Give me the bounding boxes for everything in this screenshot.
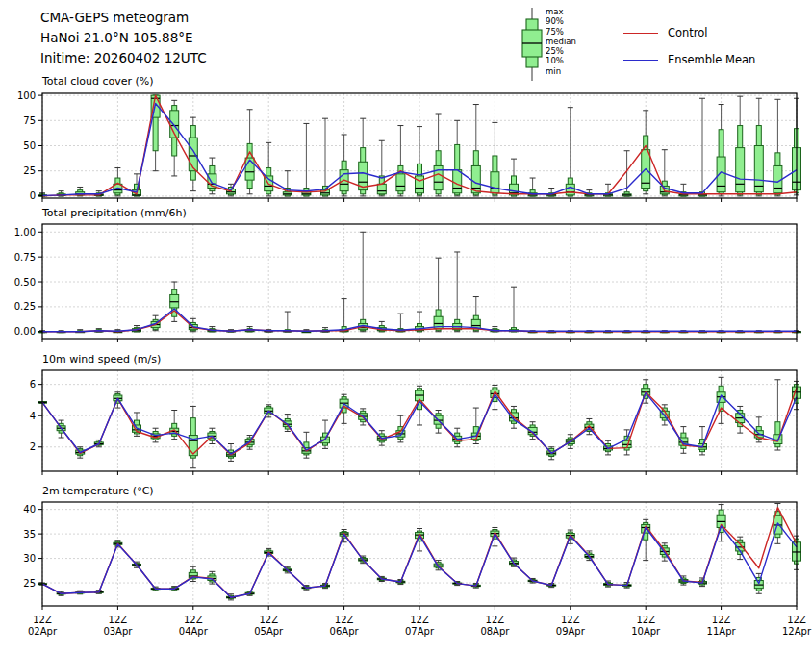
svg-text:12Z: 12Z	[561, 615, 580, 625]
svg-text:10Apr: 10Apr	[631, 626, 661, 637]
svg-text:09Apr: 09Apr	[556, 626, 586, 637]
svg-text:12Z: 12Z	[486, 615, 505, 625]
svg-text:0.75: 0.75	[14, 252, 36, 263]
panel-1: 0.000.250.500.751.00	[14, 224, 801, 342]
svg-text:06Apr: 06Apr	[330, 626, 360, 637]
meteogram-canvas: 02550751000.000.250.500.751.002462530354…	[0, 0, 812, 654]
svg-text:12Apr: 12Apr	[782, 626, 812, 637]
svg-text:2: 2	[30, 441, 36, 452]
svg-text:6: 6	[30, 379, 36, 390]
svg-text:03Apr: 03Apr	[103, 626, 133, 637]
svg-text:0: 0	[30, 190, 36, 201]
svg-text:12Z: 12Z	[636, 615, 655, 625]
svg-text:30: 30	[23, 553, 36, 564]
svg-text:08Apr: 08Apr	[480, 626, 510, 637]
svg-text:04Apr: 04Apr	[179, 626, 209, 637]
svg-text:12Z: 12Z	[109, 615, 128, 625]
svg-text:0.50: 0.50	[14, 277, 36, 288]
svg-text:35: 35	[23, 529, 36, 540]
svg-text:05Apr: 05Apr	[254, 626, 284, 637]
svg-text:100: 100	[17, 90, 36, 101]
svg-text:02Apr: 02Apr	[28, 626, 58, 637]
svg-text:12Z: 12Z	[335, 615, 354, 625]
svg-text:50: 50	[23, 140, 36, 151]
svg-text:4: 4	[30, 411, 36, 421]
svg-text:25: 25	[23, 165, 36, 176]
svg-text:12Z: 12Z	[787, 615, 806, 625]
svg-text:12Z: 12Z	[712, 615, 731, 625]
svg-text:12Z: 12Z	[184, 615, 203, 625]
svg-text:1.00: 1.00	[14, 227, 36, 238]
meteogram-svg: 02550751000.000.250.500.751.002462530354…	[0, 0, 812, 654]
panel-3: 2530354012Z02Apr12Z03Apr12Z04Apr12Z05Apr…	[23, 502, 812, 637]
svg-text:12Z: 12Z	[259, 615, 278, 625]
panel-2: 246	[30, 370, 801, 475]
svg-text:0.25: 0.25	[14, 301, 36, 312]
svg-text:40: 40	[23, 504, 36, 515]
svg-text:0.00: 0.00	[14, 326, 36, 337]
panel-0: 0255075100	[17, 90, 801, 202]
svg-text:11Apr: 11Apr	[707, 626, 737, 637]
svg-text:12Z: 12Z	[33, 615, 52, 625]
svg-text:25: 25	[23, 578, 36, 589]
svg-text:07Apr: 07Apr	[405, 626, 435, 637]
meteogram-page: CMA-GEPS meteogram HaNoi 21.0°N 105.88°E…	[0, 0, 812, 654]
svg-text:12Z: 12Z	[410, 615, 429, 625]
svg-text:75: 75	[23, 115, 36, 126]
